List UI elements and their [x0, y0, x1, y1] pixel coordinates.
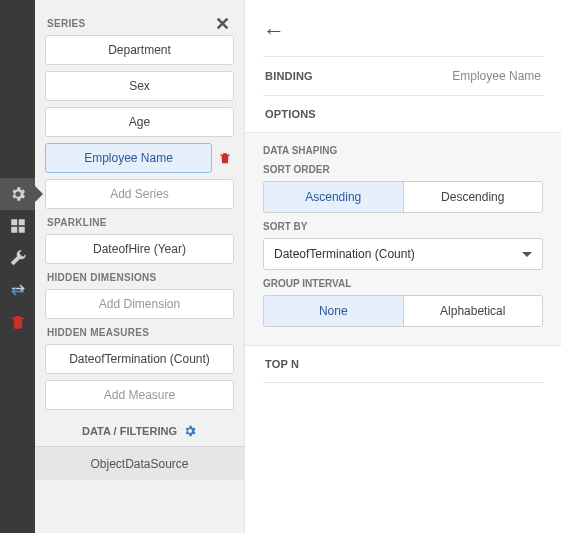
chevron-down-icon — [522, 252, 532, 257]
trash-icon[interactable] — [0, 306, 35, 338]
binding-row[interactable]: BINDING Employee Name — [263, 56, 543, 95]
hidden-measure-item[interactable]: DateofTermination (Count) — [45, 344, 234, 374]
sort-by-value: DateofTermination (Count) — [274, 247, 415, 261]
sparkline-item[interactable]: DateofHire (Year) — [45, 234, 234, 264]
series-item[interactable]: Age — [45, 107, 234, 137]
sort-by-select[interactable]: DateofTermination (Count) — [263, 238, 543, 270]
swap-icon[interactable] — [0, 274, 35, 306]
gear-icon[interactable] — [0, 178, 35, 210]
add-dimension-button[interactable]: Add Dimension — [45, 289, 234, 319]
sort-order-label: SORT ORDER — [263, 164, 543, 175]
delete-series-icon[interactable] — [218, 151, 234, 165]
options-row[interactable]: OPTIONS — [263, 95, 543, 132]
series-item[interactable]: Department — [45, 35, 234, 65]
group-alphabetical-button[interactable]: Alphabetical — [403, 296, 543, 326]
add-series-button[interactable]: Add Series — [45, 179, 234, 209]
sort-descending-button[interactable]: Descending — [403, 182, 543, 212]
data-shaping-block: DATA SHAPING SORT ORDER Ascending Descen… — [245, 132, 561, 346]
data-shaping-label: DATA SHAPING — [263, 145, 543, 156]
hidden-dimensions-header: HIDDEN DIMENSIONS — [47, 272, 157, 283]
hidden-measures-header: HIDDEN MEASURES — [47, 327, 149, 338]
right-panel: ← BINDING Employee Name OPTIONS DATA SHA… — [245, 0, 561, 533]
data-filtering-header[interactable]: DATA / FILTERING — [82, 425, 177, 437]
series-item-selected[interactable]: Employee Name — [45, 143, 212, 173]
left-panel: SERIES ✕ Department Sex Age Employee Nam… — [35, 0, 245, 533]
tool-sidebar — [0, 0, 35, 533]
sort-by-label: SORT BY — [263, 221, 543, 232]
top-n-row[interactable]: TOP N — [263, 346, 543, 383]
gear-icon[interactable] — [183, 424, 197, 438]
options-label: OPTIONS — [265, 108, 316, 120]
back-arrow-icon[interactable]: ← — [263, 18, 285, 44]
binding-value: Employee Name — [452, 69, 541, 83]
sort-ascending-button[interactable]: Ascending — [264, 182, 403, 212]
binding-label: BINDING — [265, 70, 313, 82]
wrench-icon[interactable] — [0, 242, 35, 274]
add-measure-button[interactable]: Add Measure — [45, 380, 234, 410]
group-interval-toggle: None Alphabetical — [263, 295, 543, 327]
sort-order-toggle: Ascending Descending — [263, 181, 543, 213]
group-none-button[interactable]: None — [264, 296, 403, 326]
data-source-row[interactable]: ObjectDataSource — [35, 446, 244, 480]
series-item[interactable]: Sex — [45, 71, 234, 101]
sparkline-header: SPARKLINE — [47, 217, 107, 228]
top-n-label: TOP N — [265, 358, 299, 370]
series-header: SERIES — [47, 18, 85, 29]
close-icon[interactable]: ✕ — [215, 19, 230, 29]
group-interval-label: GROUP INTERVAL — [263, 278, 543, 289]
layout-icon[interactable] — [0, 210, 35, 242]
